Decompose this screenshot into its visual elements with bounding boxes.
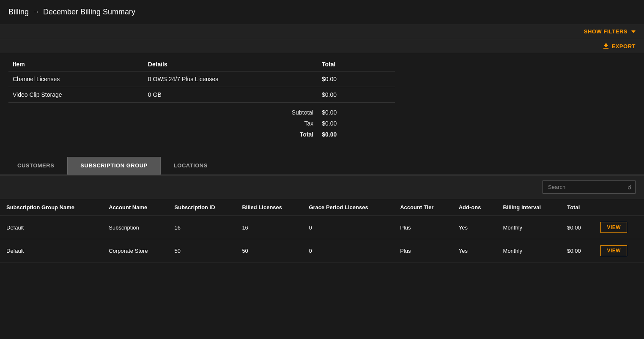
subtotal-row: Subtotal $0.00 [8, 107, 368, 118]
grace-period-licenses-cell: 0 [302, 216, 394, 239]
row-total-cell: $0.00 [561, 239, 594, 262]
table-row: Default Subscription 16 16 0 Plus Yes Mo… [0, 216, 644, 239]
action-cell[interactable]: VIEW [594, 216, 644, 239]
col-item-header: Item [8, 57, 144, 71]
chevron-down-icon [631, 30, 636, 33]
download-icon [603, 43, 609, 49]
col-header-0: Subscription Group Name [0, 199, 102, 216]
item-cell: Channel Licenses [8, 71, 144, 87]
account-tier-cell: Plus [394, 216, 452, 239]
search-icon: ☌ [628, 184, 631, 191]
subscription-id-cell: 50 [168, 239, 236, 262]
account-tier-cell: Plus [394, 239, 452, 262]
billing-interval-cell: Monthly [497, 216, 561, 239]
export-bar: EXPORT [0, 39, 644, 53]
table-row: Video Clip Storage 0 GB $0.00 [8, 87, 395, 103]
breadcrumb: Billing → December Billing Summary [0, 0, 644, 24]
account-name-cell: Subscription [102, 216, 168, 239]
tab-subscription-group[interactable]: SUBSCRIPTION GROUP [67, 157, 161, 175]
breadcrumb-current: December Billing Summary [43, 8, 135, 16]
view-button[interactable]: VIEW [600, 245, 627, 256]
col-details-header: Details [144, 57, 318, 71]
total-value: $0.00 [322, 131, 364, 138]
show-filters-button[interactable]: SHOW FILTERS [584, 28, 636, 35]
filters-bar: SHOW FILTERS [0, 24, 644, 39]
subscription-id-cell: 16 [168, 216, 236, 239]
item-cell: Video Clip Storage [8, 87, 144, 103]
total-row: Total $0.00 [8, 129, 368, 140]
add-ons-cell: Yes [452, 216, 497, 239]
summary-table: Item Details Total Channel Licenses 0 OW… [8, 57, 395, 103]
subtotal-value: $0.00 [322, 109, 364, 116]
tabs-section: CUSTOMERSSUBSCRIPTION GROUPLOCATIONS ☌ S… [0, 157, 644, 262]
col-header-6: Add-ons [452, 199, 497, 216]
tax-row: Tax $0.00 [8, 118, 368, 129]
billed-licenses-cell: 16 [236, 216, 302, 239]
col-header-2: Subscription ID [168, 199, 236, 216]
total-cell: $0.00 [318, 87, 395, 103]
data-table: Subscription Group NameAccount NameSubsc… [0, 199, 644, 262]
table-row: Default Corporate Store 50 50 0 Plus Yes… [0, 239, 644, 262]
col-header-7: Billing Interval [497, 199, 561, 216]
col-header-5: Account Tier [394, 199, 452, 216]
add-ons-cell: Yes [452, 239, 497, 262]
table-row: Channel Licenses 0 OWS 24/7 Plus License… [8, 71, 395, 87]
col-header-9 [594, 199, 644, 216]
billing-interval-cell: Monthly [497, 239, 561, 262]
col-header-3: Billed Licenses [236, 199, 302, 216]
col-header-1: Account Name [102, 199, 168, 216]
summary-totals: Subtotal $0.00 Tax $0.00 Total $0.00 [8, 107, 636, 140]
subtotal-label: Subtotal [13, 109, 322, 116]
account-name-cell: Corporate Store [102, 239, 168, 262]
tab-customers[interactable]: CUSTOMERS [4, 157, 67, 175]
breadcrumb-separator: → [32, 8, 40, 16]
search-bar: ☌ [0, 175, 644, 199]
tax-label: Tax [13, 120, 322, 127]
tab-locations[interactable]: LOCATIONS [161, 157, 221, 175]
subscription-group-name-cell: Default [0, 239, 102, 262]
total-cell: $0.00 [318, 71, 395, 87]
search-input-wrap: ☌ [543, 180, 636, 194]
tabs-bar: CUSTOMERSSUBSCRIPTION GROUPLOCATIONS [0, 157, 644, 175]
details-cell: 0 OWS 24/7 Plus Licenses [144, 71, 318, 87]
details-cell: 0 GB [144, 87, 318, 103]
row-total-cell: $0.00 [561, 216, 594, 239]
col-header-8: Total [561, 199, 594, 216]
svg-rect-0 [603, 48, 608, 49]
action-cell[interactable]: VIEW [594, 239, 644, 262]
billed-licenses-cell: 50 [236, 239, 302, 262]
search-input[interactable] [543, 180, 636, 194]
subscription-group-name-cell: Default [0, 216, 102, 239]
export-button[interactable]: EXPORT [603, 43, 636, 49]
breadcrumb-parent[interactable]: Billing [8, 8, 29, 16]
tax-value: $0.00 [322, 120, 364, 127]
grace-period-licenses-cell: 0 [302, 239, 394, 262]
total-label: Total [13, 131, 322, 138]
view-button[interactable]: VIEW [600, 222, 627, 233]
col-total-header: Total [318, 57, 395, 71]
col-header-4: Grace Period Licenses [302, 199, 394, 216]
